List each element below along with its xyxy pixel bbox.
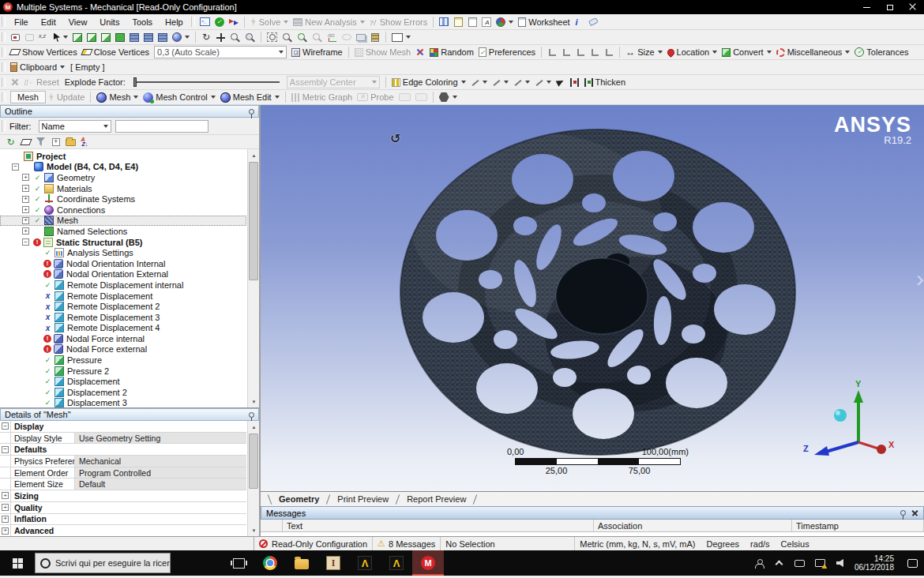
color-sphere-icon[interactable] [494, 16, 516, 28]
select-vertex-icon[interactable] [70, 31, 85, 43]
edge-option-2-icon[interactable] [490, 76, 511, 88]
triad-control[interactable]: Y Z X [799, 379, 902, 458]
select-face-icon[interactable] [99, 31, 113, 43]
mesh-button[interactable]: Mesh [94, 92, 141, 103]
messages-column-row[interactable] [261, 520, 283, 531]
tree-item-nodal-orientation-external[interactable]: !Nodal Orientation External [0, 269, 246, 280]
tree-item-nodal-force-internal[interactable]: !Nodal Force internal [0, 333, 246, 344]
tree-item-analysis-settings[interactable]: ✓Analysis Settings [0, 247, 246, 258]
location-button[interactable]: Location [665, 47, 720, 58]
details-section-display[interactable]: −Display [0, 421, 246, 433]
explode-factor-slider[interactable] [133, 77, 280, 88]
comment-icon[interactable] [465, 16, 479, 28]
menu-help[interactable]: Help [159, 17, 190, 28]
clipboard-button[interactable]: Clipboard [8, 62, 67, 73]
thicken-button[interactable]: Thicken [582, 77, 629, 88]
scrollbar-thumb[interactable] [249, 434, 258, 489]
close-vertices-button[interactable]: Close Vertices [80, 47, 152, 58]
select-node-icon[interactable] [127, 31, 141, 43]
tree-item-static-structural-b5[interactable]: −!Static Structural (B5) [0, 237, 246, 248]
mechanical-taskbar-icon[interactable]: M [412, 550, 444, 576]
people-icon[interactable] [750, 552, 768, 574]
tree-expander[interactable]: − [12, 163, 19, 171]
taskbar-clock[interactable]: 14:25 06/12/2018 [855, 554, 894, 572]
edge-direction-5-icon[interactable] [602, 46, 616, 58]
pin-icon[interactable] [249, 109, 254, 114]
selection-information-icon[interactable] [573, 16, 587, 28]
tree-expander[interactable]: + [22, 185, 29, 192]
show-vertices-button[interactable]: Show Vertices [8, 47, 80, 58]
taskbar-search[interactable]: Scrivi qui per eseguire la ricerca [35, 553, 171, 573]
minimize-button[interactable] [855, 0, 878, 14]
tree-expander[interactable]: + [22, 227, 29, 235]
tree-item-project[interactable]: Project [0, 151, 246, 162]
menu-file[interactable]: File [8, 17, 35, 28]
viewports-icon[interactable] [389, 31, 413, 43]
zoom-window-icon[interactable] [280, 31, 295, 43]
menu-tools[interactable]: Tools [126, 17, 159, 28]
filter-input[interactable] [115, 120, 208, 133]
coordinate-pick-icon[interactable] [36, 31, 51, 43]
tree-expander[interactable]: − [22, 238, 29, 246]
size-button[interactable]: Size [623, 47, 664, 58]
tree-expander[interactable]: + [22, 217, 29, 224]
tree-item-connections[interactable]: +✓Connections [0, 205, 246, 216]
tree-expander[interactable]: + [22, 206, 29, 213]
section-expander-icon[interactable]: − [2, 422, 9, 430]
pin-icon[interactable] [900, 510, 906, 516]
snapshot-icon[interactable] [368, 31, 382, 43]
sort-tree-icon[interactable] [78, 136, 93, 148]
select-cursor-icon[interactable] [51, 31, 70, 43]
section-expander-icon[interactable]: + [2, 527, 9, 535]
tree-item-mesh[interactable]: +✓Mesh [0, 216, 246, 227]
scroll-up-icon[interactable]: ▲ [248, 421, 259, 433]
tag-icon[interactable] [587, 16, 601, 28]
mesh-control-button[interactable]: Mesh Control [141, 92, 217, 103]
tree-item-displacement-3[interactable]: ✓Displacement 3 [0, 398, 246, 407]
section-expander-icon[interactable]: − [2, 446, 9, 453]
select-element-icon[interactable] [156, 31, 170, 43]
start-button[interactable] [0, 550, 35, 576]
rotate-icon[interactable]: ↻ [199, 31, 213, 43]
messages-column-association[interactable]: Association [594, 520, 792, 531]
tree-expander[interactable]: + [22, 196, 29, 203]
details-section-inflation[interactable]: +Inflation [0, 514, 246, 526]
edge-coloring-button[interactable]: Edge Coloring [389, 77, 468, 88]
tree-item-remote-displacement-2[interactable]: xRemote Displacement 2 [0, 301, 246, 312]
edge-direction-2-icon[interactable] [559, 46, 573, 58]
scrollbar-thumb[interactable] [249, 162, 258, 280]
close-button[interactable] [901, 0, 924, 14]
messages-column-timestamp[interactable]: Timestamp [792, 520, 924, 531]
task-view-button[interactable] [223, 550, 254, 576]
graphics-viewport[interactable]: ↺ ANSYS R19.2 0,00 100,00(mm) 25,00 75,0… [261, 105, 924, 491]
solution-ready-icon[interactable] [212, 16, 227, 28]
tree-expander[interactable]: + [22, 174, 29, 181]
close-icon[interactable] [911, 509, 918, 516]
section-expander-icon[interactable]: + [2, 492, 9, 499]
zoom-out-icon[interactable] [227, 31, 242, 43]
tree-item-remote-displacement-internal[interactable]: ✓Remote Displacement internal [0, 280, 246, 291]
miscellaneous-button[interactable]: Miscellaneous [774, 47, 853, 58]
details-section-sizing[interactable]: +Sizing [0, 490, 246, 502]
menu-view[interactable]: View [62, 17, 94, 28]
scroll-up-icon[interactable]: ▲ [248, 149, 259, 161]
tree-item-pressure-2[interactable]: ✓Pressure 2 [0, 366, 246, 377]
tree-item-nodal-orientation-internal[interactable]: !Nodal Orientation Internal [0, 258, 246, 269]
cross-section-icon[interactable] [413, 46, 427, 58]
filter-type-select[interactable]: Name [39, 120, 111, 133]
tab-print-preview[interactable]: Print Preview [329, 494, 396, 505]
details-scrollbar[interactable]: ▲ ▼ [247, 421, 259, 536]
worksheet-button[interactable]: Worksheet [516, 17, 572, 28]
tree-item-coordinate-systems[interactable]: +✓Coordinate Systems [0, 193, 246, 205]
mesh-edit-button[interactable]: Mesh Edit [218, 92, 282, 103]
filter-options-icon[interactable] [33, 136, 48, 148]
details-section-quality[interactable]: +Quality [0, 502, 246, 514]
image-capture-icon[interactable] [451, 16, 465, 28]
tree-item-geometry[interactable]: +✓Geometry [0, 172, 246, 183]
details-section-advanced[interactable]: +Advanced [0, 525, 246, 536]
notification-center-icon[interactable] [900, 550, 924, 576]
scroll-down-icon[interactable]: ▼ [248, 396, 259, 407]
messages-column-text[interactable]: Text [283, 520, 594, 531]
menu-edit[interactable]: Edit [35, 17, 62, 28]
message-count-status[interactable]: ⚠8 Messages [373, 537, 441, 550]
